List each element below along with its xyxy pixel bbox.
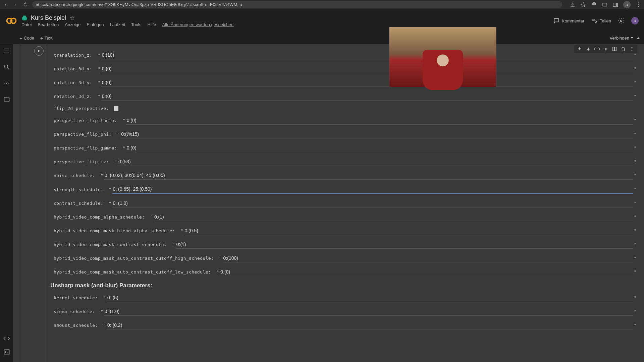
text-input[interactable] (120, 130, 633, 138)
form-row: flip_2d_perspective: (54, 106, 637, 111)
form-row: kernel_schedule:"" (54, 294, 637, 302)
connect-button[interactable]: Verbinden (609, 36, 633, 41)
form-row: sigma_schedule:"" (54, 307, 637, 316)
text-input[interactable] (220, 268, 633, 276)
text-input[interactable] (176, 240, 633, 249)
menu-bearbeiten[interactable]: Bearbeiten (38, 22, 59, 27)
menu-anzeige[interactable]: Anzeige (65, 22, 80, 27)
svg-rect-16 (615, 47, 616, 51)
colab-logo[interactable] (5, 15, 17, 27)
terminal-icon[interactable] (3, 349, 10, 355)
url-bar[interactable]: colab.research.google.com/drive/13G9KHyM… (32, 1, 562, 8)
form-row: rotation_3d_y:"" (54, 78, 637, 87)
account-avatar[interactable]: a (631, 17, 639, 24)
variables-icon[interactable]: {x} (3, 80, 10, 86)
field-label: rotation_3d_z: (54, 94, 92, 99)
field-label: hybrid_video_comp_mask_blend_alpha_sched… (54, 228, 175, 233)
svg-point-4 (638, 4, 639, 5)
form-row: strength_schedule:"" (54, 185, 637, 194)
svg-point-18 (632, 49, 633, 50)
webcam-pip[interactable] (389, 27, 496, 87)
back-icon[interactable] (3, 2, 8, 7)
text-input[interactable] (104, 171, 633, 180)
favorite-icon[interactable] (69, 15, 75, 21)
url-text: colab.research.google.com/drive/13G9KHyM… (42, 2, 242, 7)
code-snippets-icon[interactable] (3, 335, 10, 342)
svg-rect-13 (4, 350, 9, 354)
forward-icon[interactable] (13, 2, 18, 7)
field-label: hybrid_video_comp_alpha_schedule: (54, 215, 145, 220)
svg-point-9 (595, 21, 597, 22)
search-icon[interactable] (3, 64, 10, 70)
run-cell-button[interactable] (34, 46, 44, 56)
notebook-content[interactable]: translation_z:""rotation_3d_x:""rotation… (13, 44, 644, 362)
add-text-button[interactable]: +Text (40, 35, 53, 41)
checkbox[interactable] (114, 106, 118, 111)
form-row: contrast_schedule:"" (54, 199, 637, 207)
menu-tools[interactable]: Tools (131, 22, 141, 27)
form-row: perspective_flip_fv:"" (54, 158, 637, 166)
menu-bar: Datei Bearbeiten Anzeige Einfügen Laufze… (21, 22, 549, 27)
doc-title[interactable]: Kurs Beispiel (31, 14, 66, 21)
text-input[interactable] (101, 78, 633, 87)
text-input[interactable] (112, 199, 633, 207)
panel-icon[interactable] (612, 2, 619, 8)
install-icon[interactable] (570, 2, 576, 8)
menu-einfuegen[interactable]: Einfügen (87, 22, 104, 27)
lock-icon (36, 3, 40, 7)
text-input[interactable] (101, 65, 633, 73)
form-row: translation_z:"" (54, 51, 637, 59)
text-input[interactable] (104, 307, 633, 316)
field-label: perspective_flip_phi: (54, 132, 112, 137)
browser-menu-icon[interactable] (635, 2, 641, 8)
text-input[interactable] (101, 92, 633, 101)
collapse-icon[interactable] (637, 37, 640, 39)
chevron-down-icon (631, 37, 633, 40)
browser-bar: colab.research.google.com/drive/13G9KHyM… (0, 0, 644, 9)
form-row: hybrid_video_comp_alpha_schedule:"" (54, 213, 637, 221)
field-label: amount_schedule: (54, 323, 98, 328)
text-input[interactable] (126, 144, 633, 152)
toc-icon[interactable] (3, 48, 10, 54)
text-input[interactable] (184, 227, 633, 235)
star-icon[interactable] (580, 2, 586, 8)
menu-hilfe[interactable]: Hilfe (147, 22, 156, 27)
field-label: contrast_schedule: (54, 201, 103, 206)
field-label: perspective_flip_theta: (54, 118, 117, 123)
text-input[interactable] (154, 213, 633, 221)
svg-text:{x}: {x} (4, 81, 9, 85)
text-input[interactable] (112, 185, 633, 194)
share-button[interactable]: Teilen (591, 17, 611, 24)
add-code-button[interactable]: +Code (19, 35, 34, 41)
svg-point-5 (638, 6, 639, 7)
files-icon[interactable] (3, 96, 10, 103)
menu-laufzeit[interactable]: Laufzeit (110, 22, 125, 27)
text-input[interactable] (126, 116, 633, 125)
text-input[interactable] (223, 254, 633, 262)
form-row: amount_schedule:"" (54, 321, 637, 329)
field-label: perspective_flip_fv: (54, 159, 109, 164)
field-label: perspective_flip_gamma: (54, 145, 117, 150)
form-row: hybrid_video_comp_mask_auto_contrast_cut… (54, 268, 637, 276)
text-input[interactable] (118, 158, 633, 166)
extensions-icon[interactable] (591, 2, 597, 8)
field-label: hybrid_video_comp_mask_auto_contrast_cut… (54, 269, 211, 275)
form-row: hybrid_video_comp_mask_blend_alpha_sched… (54, 227, 637, 235)
svg-point-3 (638, 2, 639, 3)
svg-rect-0 (603, 3, 607, 6)
menu-datei[interactable]: Datei (21, 22, 32, 27)
field-label: rotation_3d_y: (54, 80, 92, 85)
form-row: hybrid_video_comp_mask_contrast_schedule… (54, 240, 637, 249)
tab-icon[interactable] (602, 2, 608, 8)
settings-icon[interactable] (618, 17, 625, 24)
text-input[interactable] (101, 51, 633, 59)
comment-button[interactable]: Kommentar (553, 17, 584, 24)
reload-icon[interactable] (23, 2, 28, 7)
saved-status: Alle Änderungen wurden gespeichert (162, 22, 233, 27)
field-label: flip_2d_perspective: (54, 106, 109, 111)
text-input[interactable] (107, 321, 633, 329)
svg-rect-2 (616, 3, 618, 6)
text-input[interactable] (107, 294, 633, 302)
profile-avatar[interactable]: a (623, 1, 631, 8)
form-row: noise_schedule:"" (54, 171, 637, 180)
